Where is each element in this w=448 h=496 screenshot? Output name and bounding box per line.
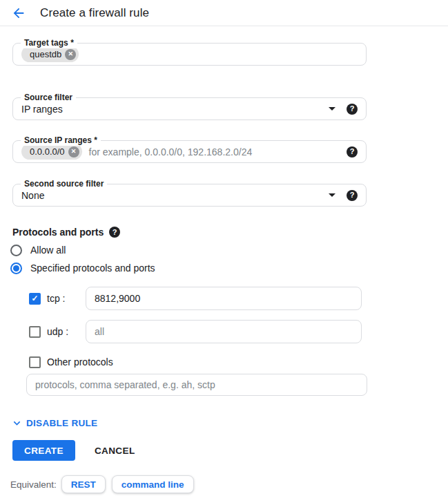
page-title: Create a firewall rule [40,6,149,20]
protocols-radio-group: Allow all Specified protocols and ports [12,244,379,274]
target-tag-chip-label: questdb [30,49,61,59]
radio-unselected-icon[interactable] [10,245,22,256]
source-ip-chip-label: 0.0.0.0/0 [30,146,65,157]
disable-rule-label[interactable]: DISABLE RULE [26,418,97,428]
equivalent-row: Equivalent: REST command line [10,475,379,493]
second-source-filter-value: None [21,190,329,201]
protocols-and-ports-title: Protocols and ports [12,227,104,238]
radio-option-allow-all[interactable]: Allow all [10,244,379,256]
disable-rule-toggle[interactable]: DISABLE RULE [10,417,379,429]
source-ip-chip: 0.0.0.0/0 [21,144,82,160]
source-ip-placeholder: for example, 0.0.0.0/0, 192.168.2.0/24 [89,146,347,158]
other-protocols-label[interactable]: Other protocols [47,356,113,368]
udp-checkbox[interactable] [29,326,41,338]
chip-remove-icon[interactable] [68,146,79,158]
other-protocols-checkbox[interactable] [29,356,41,368]
target-tags-field[interactable]: Target tags * questdb [12,43,367,66]
rest-button[interactable]: REST [61,475,106,493]
protocols-and-ports-heading: Protocols and ports [12,226,379,238]
create-button[interactable]: CREATE [12,440,75,461]
tcp-row: tcp : [29,287,379,310]
source-ip-ranges-label: Source IP ranges * [21,135,101,146]
source-filter-select[interactable]: Source filter IP ranges [12,97,367,120]
radio-option-specified[interactable]: Specified protocols and ports [10,262,379,274]
source-filter-value: IP ranges [21,104,329,115]
source-filter-label: Source filter [21,93,76,103]
firewall-rule-form: Target tags * questdb Source filter IP r… [0,43,379,493]
back-arrow-icon[interactable] [10,4,28,22]
udp-row: udp : [29,320,379,343]
tcp-checkbox[interactable] [29,293,41,305]
target-tag-chip: questdb [21,46,79,62]
second-source-filter-label: Second source filter [21,179,107,189]
chip-remove-icon[interactable] [65,49,76,60]
dropdown-arrow-icon[interactable] [329,193,335,197]
command-line-button[interactable]: command line [112,475,194,493]
other-protocols-input[interactable] [26,374,367,396]
radio-selected-icon[interactable] [10,263,22,274]
tcp-ports-input[interactable] [86,287,362,310]
help-icon[interactable] [347,190,358,201]
form-actions: CREATE CANCEL [12,440,379,461]
target-tags-label: Target tags * [21,38,77,48]
tcp-label[interactable]: tcp : [47,293,86,304]
help-icon[interactable] [109,227,120,238]
cancel-button[interactable]: CANCEL [95,446,135,456]
chevron-down-icon [10,417,23,430]
source-ip-ranges-field[interactable]: Source IP ranges * 0.0.0.0/0 for example… [12,140,367,163]
second-source-filter-select[interactable]: Second source filter None [12,184,367,207]
page-header: Create a firewall rule [0,0,448,26]
dropdown-arrow-icon[interactable] [329,107,335,111]
help-icon[interactable] [347,104,358,115]
udp-label[interactable]: udp : [47,326,86,337]
other-protocols-row: Other protocols [29,356,379,368]
equivalent-label: Equivalent: [10,479,57,490]
help-icon[interactable] [347,146,358,158]
udp-ports-input[interactable] [86,320,362,343]
